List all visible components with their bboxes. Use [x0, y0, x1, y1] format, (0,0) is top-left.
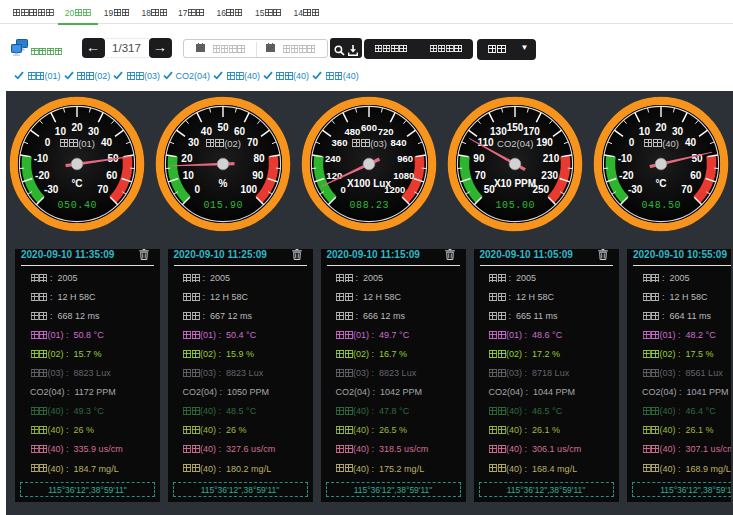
svg-text:150: 150 — [507, 122, 524, 133]
svg-text:20: 20 — [182, 153, 194, 164]
svg-text:-10: -10 — [34, 153, 49, 164]
svg-text:10: 10 — [183, 170, 195, 181]
svg-text:60: 60 — [106, 170, 118, 181]
svg-text:100: 100 — [241, 184, 258, 195]
svg-text:80: 80 — [254, 153, 266, 164]
svg-text:°C: °C — [72, 178, 83, 189]
svg-text:-10: -10 — [618, 153, 633, 164]
svg-text:210: 210 — [543, 153, 560, 164]
svg-text:90: 90 — [474, 153, 486, 164]
svg-text:%: % — [219, 178, 228, 189]
svg-text:230: 230 — [542, 170, 559, 181]
svg-text:10: 10 — [55, 126, 67, 137]
svg-text:-20: -20 — [619, 170, 634, 181]
svg-text:960: 960 — [397, 153, 413, 164]
svg-text:60: 60 — [234, 126, 246, 137]
svg-text:30: 30 — [672, 126, 684, 137]
svg-text:-30: -30 — [44, 184, 59, 195]
svg-text:°C: °C — [656, 178, 667, 189]
svg-text:70: 70 — [98, 184, 110, 195]
svg-text:-20: -20 — [35, 170, 50, 181]
svg-text:120: 120 — [327, 170, 343, 181]
svg-text:60: 60 — [690, 170, 702, 181]
svg-text:X10 PPM: X10 PPM — [494, 178, 536, 189]
svg-text:40: 40 — [201, 126, 213, 137]
svg-text:20: 20 — [656, 122, 668, 133]
svg-text:0: 0 — [341, 184, 346, 195]
svg-text:70: 70 — [475, 170, 487, 181]
svg-text:0: 0 — [195, 184, 201, 195]
svg-text:720: 720 — [378, 126, 394, 137]
svg-text:170: 170 — [524, 126, 541, 137]
svg-text:1080: 1080 — [393, 170, 414, 181]
svg-text:X100 Lux: X100 Lux — [347, 178, 391, 189]
svg-text:130: 130 — [490, 126, 507, 137]
svg-text:30: 30 — [88, 126, 100, 137]
svg-text:240: 240 — [325, 153, 341, 164]
svg-text:480: 480 — [345, 126, 361, 137]
svg-text:20: 20 — [72, 122, 84, 133]
svg-text:-30: -30 — [628, 184, 643, 195]
svg-text:600: 600 — [361, 122, 377, 133]
svg-text:70: 70 — [682, 184, 694, 195]
svg-text:10: 10 — [639, 126, 651, 137]
svg-text:50: 50 — [218, 122, 230, 133]
svg-text:90: 90 — [252, 170, 264, 181]
